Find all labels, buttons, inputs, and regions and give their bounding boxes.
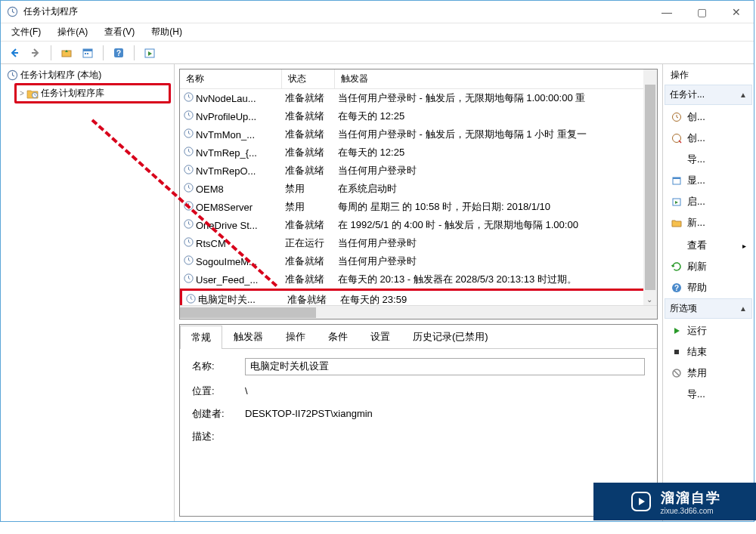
minimize-button[interactable]: — (649, 1, 684, 23)
actions-section-library[interactable]: 任务计...▲ (665, 85, 752, 105)
run-icon (671, 325, 683, 337)
action-refresh[interactable]: 刷新 (665, 256, 752, 277)
action-label: 显... (687, 174, 705, 187)
task-row[interactable]: NvTmRepO...准备就绪当任何用户登录时 (180, 162, 657, 180)
task-trigger: 在每天的 12:25 (338, 146, 654, 159)
task-row[interactable]: User_Feed_...准备就绪在每天的 20:13 - 触发器在 2028/… (180, 270, 657, 289)
tab-history[interactable]: 历史记录(已禁用) (401, 325, 500, 348)
task-column-headers: 名称 状态 触发器 (180, 69, 657, 89)
col-status[interactable]: 状态 (282, 69, 335, 88)
tab-triggers[interactable]: 触发器 (222, 325, 274, 348)
watermark-badge: 溜溜自学 zixue.3d66.com (593, 483, 756, 520)
task-row[interactable]: 电脑定时关...准备就绪在每天的 23:59 (180, 289, 657, 305)
task-name: OEM8Server (196, 202, 253, 213)
tab-conditions[interactable]: 条件 (317, 325, 359, 348)
tool-run-icon[interactable] (141, 44, 159, 62)
task-status: 准备就绪 (285, 128, 338, 141)
col-name[interactable]: 名称 (180, 69, 282, 88)
action-item[interactable]: 禁用 (665, 363, 752, 384)
nav-forward-button[interactable] (26, 44, 45, 62)
close-button[interactable]: ✕ (719, 1, 754, 23)
clock-icon (183, 164, 194, 177)
tool-calendar-icon[interactable] (79, 44, 97, 62)
form-name-input[interactable] (245, 358, 645, 375)
action-item[interactable]: 启... (665, 191, 752, 212)
menu-view[interactable]: 查看(V) (101, 24, 138, 40)
task-row[interactable]: OEM8禁用在系统启动时 (180, 180, 657, 198)
import-icon (671, 153, 683, 165)
task-name: 电脑定时关... (198, 293, 256, 305)
task-name: NvTmRepO... (196, 165, 256, 177)
maximize-button[interactable]: ▢ (684, 1, 719, 23)
end-icon (671, 346, 683, 358)
col-trigger[interactable]: 触发器 (335, 69, 657, 88)
refresh-icon (671, 261, 683, 273)
action-item[interactable]: 结束 (665, 341, 752, 363)
detail-pane: 常规 触发器 操作 条件 设置 历史记录(已禁用) 名称: 位置: \ (179, 324, 658, 517)
tab-general[interactable]: 常规 (180, 326, 222, 349)
new-folder-icon (671, 217, 683, 229)
action-item[interactable]: 新... (665, 212, 752, 233)
blank-icon (671, 239, 683, 252)
tab-settings[interactable]: 设置 (359, 325, 401, 348)
tree-library-item[interactable]: > 任务计划程序库 (14, 83, 171, 103)
task-row[interactable]: NvProfileUp...准备就绪在每天的 12:25 (180, 107, 657, 125)
action-item[interactable]: 显... (665, 170, 752, 191)
task-status: 准备就绪 (285, 146, 338, 159)
action-label: 启... (687, 195, 705, 208)
svg-rect-3 (83, 49, 92, 51)
clock-icon (183, 128, 194, 141)
actions-section-selected[interactable]: 所选项▲ (665, 298, 752, 319)
create-task-icon (671, 132, 683, 144)
menu-file[interactable]: 文件(F) (8, 24, 44, 40)
form-location-label: 位置: (192, 384, 237, 398)
export-icon (671, 388, 683, 400)
vertical-scrollbar[interactable]: ⌄ (643, 69, 657, 305)
tool-help-icon[interactable]: ? (110, 44, 128, 62)
action-label: 导... (687, 153, 705, 166)
svg-rect-26 (673, 177, 680, 179)
action-item[interactable]: 运行 (665, 320, 752, 341)
task-trigger: 当任何用户登录时 - 触发后，无限期地每隔 1 小时 重复一 (338, 128, 654, 141)
menu-help[interactable]: 帮助(H) (148, 24, 185, 40)
task-status: 准备就绪 (287, 293, 340, 305)
action-item[interactable]: 导... (665, 149, 752, 170)
task-status: 准备就绪 (285, 255, 338, 268)
svg-rect-4 (85, 53, 86, 54)
action-view[interactable]: 查看 ▸ (665, 235, 752, 256)
menu-action[interactable]: 操作(A) (54, 24, 91, 40)
task-status: 准备就绪 (285, 273, 338, 286)
action-help[interactable]: ? 帮助 (665, 277, 752, 298)
tool-folder-up-icon[interactable] (57, 44, 76, 62)
task-row[interactable]: RtsCM正在运行当任何用户登录时 (180, 234, 657, 252)
action-item[interactable]: 创... (665, 128, 752, 149)
clock-icon (183, 146, 194, 159)
app-icon (7, 6, 19, 18)
task-row[interactable]: OneDrive St...准备就绪在 1992/5/1 的 4:00 时 - … (180, 216, 657, 234)
task-row[interactable]: NvTmRep_{...准备就绪在每天的 12:25 (180, 144, 657, 162)
task-row[interactable]: OEM8Server禁用每周的 星期三 的 10:58 时，开始日期: 2018… (180, 198, 657, 216)
horizontal-scrollbar[interactable] (180, 305, 657, 319)
task-trigger: 当任何用户登录时 (338, 236, 654, 250)
middle-pane: 名称 状态 触发器 NvNodeLau...准备就绪当任何用户登录时 - 触发后… (175, 64, 663, 521)
action-item[interactable]: 创... (665, 106, 752, 128)
help-icon: ? (671, 282, 683, 294)
form-name-label: 名称: (192, 360, 237, 373)
task-row[interactable]: NvNodeLau...准备就绪当任何用户登录时 - 触发后，无限期地每隔 1.… (180, 89, 657, 107)
task-trigger: 当任何用户登录时 (338, 164, 654, 177)
task-row[interactable]: NvTmMon_...准备就绪当任何用户登录时 - 触发后，无限期地每隔 1 小… (180, 125, 657, 144)
task-status: 准备就绪 (285, 91, 338, 105)
tab-actions[interactable]: 操作 (274, 325, 317, 348)
form-creator-label: 创建者: (192, 407, 237, 421)
tree-root-item[interactable]: 任务计划程序 (本地) (4, 67, 171, 83)
watermark-main-text: 溜溜自学 (661, 489, 721, 507)
nav-back-button[interactable] (5, 44, 23, 62)
task-trigger: 在每天的 23:59 (340, 293, 652, 305)
action-label: 创... (687, 131, 705, 145)
form-location-value: \ (245, 385, 248, 397)
action-item[interactable]: 导... (665, 384, 752, 405)
form-desc-label: 描述: (192, 430, 237, 443)
action-label: 创... (687, 110, 705, 124)
svg-text:?: ? (674, 284, 679, 292)
watermark-sub-text: zixue.3d66.com (661, 507, 721, 515)
